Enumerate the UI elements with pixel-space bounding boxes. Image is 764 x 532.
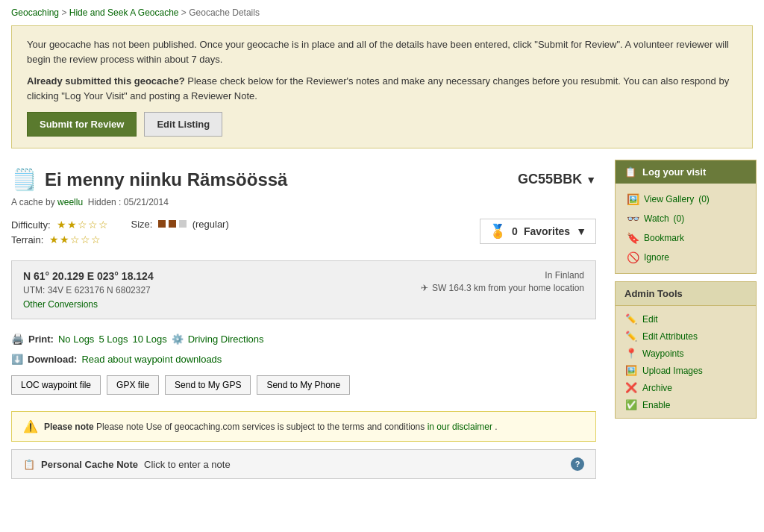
favorites-dropdown[interactable]: ▼ xyxy=(576,225,586,237)
difficulty-terrain: Difficulty: ★★☆☆☆ Terrain: ★★☆☆☆ xyxy=(11,219,109,245)
notice-main-text: Your geocache has not been published. On… xyxy=(27,37,737,66)
admin-enable-link[interactable]: ✅ Enable xyxy=(623,396,748,413)
ignore-label: Ignore xyxy=(644,252,669,263)
coords-location: In Finland xyxy=(421,270,584,281)
page-layout: 🗒️ Ei menny niinku Rämsöössä GC55BBK ▼ A… xyxy=(0,160,764,486)
personal-note-label: Personal Cache Note xyxy=(41,459,138,470)
upload-images-icon: 🖼️ xyxy=(624,365,638,376)
personal-note-box[interactable]: 📋 Personal Cache Note Click to enter a n… xyxy=(11,449,596,479)
print-row: 🖨️ Print: No Logs 5 Logs 10 Logs ⚙️ Driv… xyxy=(0,327,607,351)
admin-edit-attributes-link[interactable]: ✏️ Edit Attributes xyxy=(623,328,748,345)
cache-title-area: 🗒️ Ei menny niinku Rämsöössä xyxy=(11,167,287,192)
coords-top: N 61° 20.129 E 023° 18.124 UTM: 34V E 62… xyxy=(23,270,584,310)
breadcrumb-hide-seek[interactable]: Hide and Seek A Geocache xyxy=(69,7,179,18)
loc-waypoint-button[interactable]: LOC waypoint file xyxy=(11,375,101,395)
notice-already-text: Already submitted this geocache? Please … xyxy=(27,74,737,103)
notice-buttons: Submit for Review Edit Listing xyxy=(27,112,737,137)
coords-right: In Finland ✈ SW 164.3 km from your home … xyxy=(421,270,584,293)
main-content: 🗒️ Ei menny niinku Rämsöössä GC55BBK ▼ A… xyxy=(0,160,607,486)
sidebar: 📋 Log your visit 🖼️ View Gallery (0) 👓 W… xyxy=(607,160,764,486)
admin-tools-body: ✏️ Edit ✏️ Edit Attributes 📍 Waypoints 🖼… xyxy=(616,306,756,418)
difficulty-stars: ★★☆☆☆ xyxy=(57,219,109,231)
waypoint-buttons: LOC waypoint file GPX file Send to My GP… xyxy=(0,372,607,404)
admin-tools-header: Admin Tools xyxy=(616,282,756,306)
bookmark-icon: 🔖 xyxy=(626,232,639,244)
size-label: Size: xyxy=(131,219,153,230)
size-value: (regular) xyxy=(192,219,229,230)
waypoints-icon: 📍 xyxy=(624,348,638,359)
admin-waypoints-link[interactable]: 📍 Waypoints xyxy=(623,345,748,362)
terrain-stars: ★★☆☆☆ xyxy=(49,234,101,245)
note-icon: 📋 xyxy=(23,459,35,470)
cache-code-dropdown[interactable]: ▼ xyxy=(586,174,596,186)
breadcrumb: Geocaching > Hide and Seek A Geocache > … xyxy=(0,0,764,25)
log-visit-section: 📋 Log your visit 🖼️ View Gallery (0) 👓 W… xyxy=(615,160,757,274)
print-separator: ⚙️ xyxy=(172,334,184,345)
admin-upload-images-label: Upload Images xyxy=(642,366,703,376)
download-icon: ⬇️ xyxy=(11,354,23,365)
admin-archive-label: Archive xyxy=(642,383,672,393)
personal-note-left: 📋 Personal Cache Note Click to enter a n… xyxy=(23,459,231,470)
log-visit-header: 📋 Log your visit xyxy=(616,160,756,184)
driving-directions-link[interactable]: Driving Directions xyxy=(188,334,264,345)
watch-icon: 👓 xyxy=(626,213,639,225)
coords-main: N 61° 20.129 E 023° 18.124 xyxy=(23,270,154,282)
cache-stats: Difficulty: ★★☆☆☆ Terrain: ★★☆☆☆ Size: xyxy=(0,215,607,253)
no-logs-link[interactable]: No Logs xyxy=(58,334,94,345)
cache-meta: A cache by weellu Hidden : 05/21/2014 xyxy=(0,195,607,215)
view-gallery-link[interactable]: 🖼️ View Gallery (0) xyxy=(623,190,748,209)
admin-upload-images-link[interactable]: 🖼️ Upload Images xyxy=(623,362,748,379)
ignore-icon: 🚫 xyxy=(626,251,639,263)
sidebar-body: 🖼️ View Gallery (0) 👓 Watch (0) 🔖 Bookma… xyxy=(616,184,756,273)
admin-archive-link[interactable]: ❌ Archive xyxy=(623,379,748,396)
edit-listing-button[interactable]: Edit Listing xyxy=(144,112,222,137)
favorites-label: Favorites xyxy=(524,225,570,237)
disclaimer-box: ⚠️ Please note Please note Use of geocac… xyxy=(11,411,596,442)
terrain-label: Terrain: xyxy=(11,234,43,245)
favorites-box[interactable]: 🏅 0 Favorites ▼ xyxy=(480,219,596,244)
admin-enable-label: Enable xyxy=(642,400,670,410)
gpx-file-button[interactable]: GPX file xyxy=(107,375,159,395)
help-icon[interactable]: ? xyxy=(571,457,584,471)
watch-count: (0) xyxy=(674,213,685,224)
cache-hidden-date: Hidden : 05/21/2014 xyxy=(88,197,169,207)
download-label: Download: xyxy=(28,354,77,365)
ignore-link[interactable]: 🚫 Ignore xyxy=(623,248,748,267)
personal-note-action: Click to enter a note xyxy=(144,459,231,470)
favorites-count: 0 xyxy=(512,225,518,237)
gallery-icon: 🖼️ xyxy=(626,193,639,205)
warning-icon: ⚠️ xyxy=(23,419,38,434)
admin-edit-link[interactable]: ✏️ Edit xyxy=(623,310,748,328)
terrain-row: Terrain: ★★☆☆☆ xyxy=(11,234,109,245)
watch-label: Watch xyxy=(644,213,669,224)
cache-code: GC55BBK xyxy=(518,172,582,187)
edit-attributes-icon: ✏️ xyxy=(624,331,638,342)
send-gps-button[interactable]: Send to My GPS xyxy=(165,375,251,395)
view-gallery-count: (0) xyxy=(698,194,710,204)
read-waypoints-link[interactable]: Read about waypoint downloads xyxy=(81,354,222,365)
disclaimer-link[interactable]: in our disclaimer xyxy=(428,422,492,432)
favorites-icon: 🏅 xyxy=(489,223,506,240)
breadcrumb-current: Geocache Details xyxy=(189,7,260,18)
submit-review-button[interactable]: Submit for Review xyxy=(27,112,137,137)
print-icon: 🖨️ xyxy=(11,333,24,345)
admin-edit-label: Edit xyxy=(642,314,658,325)
send-phone-button[interactable]: Send to My Phone xyxy=(257,375,350,395)
direction-icon: ✈ xyxy=(421,283,428,293)
admin-waypoints-label: Waypoints xyxy=(642,348,684,359)
other-conversions-link[interactable]: Other Conversions xyxy=(23,299,98,310)
coords-box: N 61° 20.129 E 023° 18.124 UTM: 34V E 62… xyxy=(11,260,596,319)
cache-code-area: GC55BBK ▼ xyxy=(518,172,596,187)
size-line: Size: (regular) xyxy=(131,219,229,230)
five-logs-link[interactable]: 5 Logs xyxy=(98,334,128,345)
watch-link[interactable]: 👓 Watch (0) xyxy=(623,209,748,228)
breadcrumb-geocaching[interactable]: Geocaching xyxy=(11,7,59,18)
bookmark-link[interactable]: 🔖 Bookmark xyxy=(623,228,748,248)
ten-logs-link[interactable]: 10 Logs xyxy=(132,334,166,345)
print-label: Print: xyxy=(28,334,54,345)
coords-utm: UTM: 34V E 623176 N 6802327 xyxy=(23,285,154,295)
cache-author-link[interactable]: weellu xyxy=(57,197,83,207)
log-icon: 📋 xyxy=(624,166,636,178)
archive-icon: ❌ xyxy=(624,382,638,393)
size-bar xyxy=(158,219,186,230)
